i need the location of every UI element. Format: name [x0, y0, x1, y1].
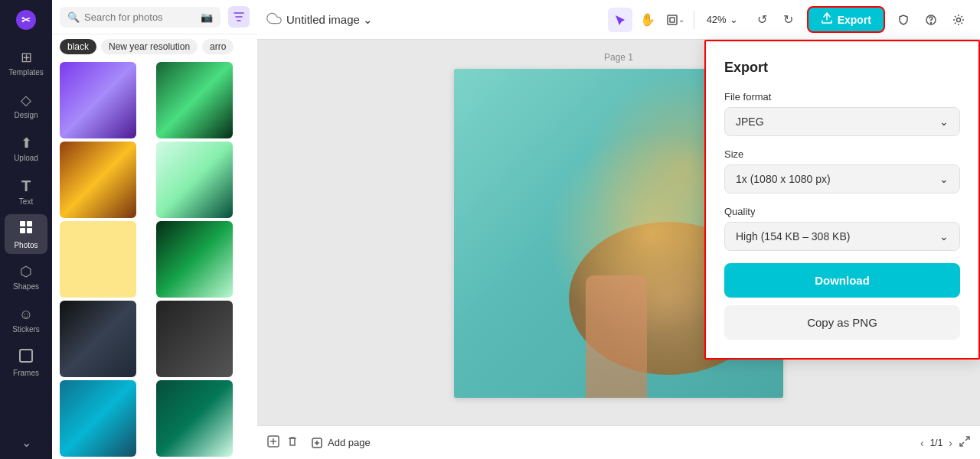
photo-panel: 🔍 📷 black New year resolution arro — [52, 0, 257, 459]
photo-thumb-9[interactable] — [60, 380, 136, 457]
size-label: Size — [724, 148, 960, 160]
bottom-center: ‹ 1/1 › — [920, 437, 952, 449]
file-format-chevron-icon: ⌄ — [939, 116, 949, 128]
size-field: Size 1x (1080 x 1080 px) ⌄ — [724, 148, 960, 194]
svg-point-11 — [957, 18, 961, 21]
tag-new-year[interactable]: New year resolution — [101, 39, 198, 54]
sidebar-item-templates[interactable]: ⊞ Templates — [5, 43, 47, 83]
toolbar-right: ↺ ↻ Export — [750, 6, 971, 33]
photo-thumb-6[interactable] — [156, 221, 233, 298]
sidebar-item-shapes[interactable]: ⬡ Shapes — [5, 257, 47, 297]
export-panel-title: Export — [724, 60, 960, 76]
title-chevron-icon: ⌄ — [363, 13, 373, 27]
zoom-control[interactable]: 42% ⌄ — [701, 11, 744, 28]
svg-rect-3 — [27, 221, 32, 226]
export-button[interactable]: Export — [807, 6, 885, 33]
expand-canvas-button[interactable] — [959, 435, 971, 451]
photo-thumb-2[interactable] — [156, 62, 233, 138]
export-icon — [821, 12, 833, 27]
templates-icon: ⊞ — [21, 49, 32, 66]
select-tool-button[interactable] — [608, 8, 632, 32]
sidebar: ✂ ⊞ Templates ◇ Design ⬆ Upload T Text P… — [0, 0, 52, 459]
stickers-icon: ☺ — [19, 307, 33, 323]
photo-thumb-5[interactable] — [60, 221, 136, 298]
sidebar-item-design[interactable]: ◇ Design — [5, 86, 47, 125]
design-icon: ◇ — [21, 92, 31, 109]
search-bar[interactable]: 🔍 📷 — [60, 7, 220, 28]
document-title[interactable]: Untitled image ⌄ — [286, 13, 373, 27]
filter-icon[interactable] — [228, 6, 250, 28]
shapes-icon: ⬡ — [20, 263, 32, 280]
svg-point-10 — [931, 22, 932, 23]
svg-rect-8 — [670, 18, 675, 22]
page-indicator: 1/1 — [930, 438, 943, 448]
file-format-label: File format — [724, 91, 960, 103]
icon-buttons-group — [891, 8, 971, 32]
bottom-right — [959, 435, 971, 451]
svg-rect-5 — [27, 228, 32, 233]
camera-search-icon[interactable]: 📷 — [201, 11, 213, 23]
size-select[interactable]: 1x (1080 x 1080 px) ⌄ — [724, 164, 960, 194]
bottom-bar: Add page ‹ 1/1 › — [257, 425, 980, 459]
search-icon: 🔍 — [67, 11, 80, 23]
zoom-chevron-icon: ⌄ — [730, 14, 738, 25]
sidebar-item-photos[interactable]: Photos — [5, 214, 47, 254]
chevron-down-icon: ⌄ — [21, 435, 31, 450]
size-chevron-icon: ⌄ — [939, 173, 949, 185]
upload-icon: ⬆ — [21, 135, 32, 151]
app-logo[interactable]: ✂ — [12, 6, 40, 34]
top-toolbar: Untitled image ⌄ ✋ ⌄ 42% ⌄ — [257, 0, 980, 40]
quality-select[interactable]: High (154 KB – 308 KB) ⌄ — [724, 222, 960, 251]
undo-button[interactable]: ↺ — [750, 8, 775, 32]
quality-field: Quality High (154 KB – 308 KB) ⌄ — [724, 206, 960, 251]
add-page-button[interactable]: Add page — [305, 434, 377, 452]
redo-button[interactable]: ↻ — [776, 8, 801, 32]
settings-icon-button[interactable] — [946, 8, 971, 32]
frame-tool-chevron: ⌄ — [678, 15, 684, 24]
photo-thumb-4[interactable] — [156, 142, 233, 218]
help-icon-button[interactable] — [919, 8, 943, 32]
prev-page-button[interactable]: ‹ — [920, 437, 924, 449]
svg-rect-6 — [20, 350, 32, 362]
page-thumbnail-icon[interactable] — [266, 435, 280, 451]
photo-thumb-8[interactable] — [156, 301, 233, 377]
page-label: Page 1 — [604, 52, 633, 63]
toolbar-left: Untitled image ⌄ — [266, 11, 602, 29]
sidebar-item-upload[interactable]: ⬆ Upload — [5, 129, 47, 168]
photos-icon — [18, 220, 34, 239]
download-button[interactable]: Download — [724, 263, 960, 298]
photo-thumb-10[interactable] — [156, 380, 233, 457]
trash-icon[interactable] — [286, 435, 299, 451]
hand-tool-button[interactable]: ✋ — [635, 8, 660, 32]
export-panel: Export File format JPEG ⌄ Size 1x (1080 … — [704, 40, 980, 360]
frame-tool-button[interactable]: ⌄ — [663, 8, 688, 32]
search-input[interactable] — [84, 11, 196, 23]
shield-icon-button[interactable] — [891, 8, 916, 32]
quality-label: Quality — [724, 206, 960, 217]
undo-redo-group: ↺ ↻ — [750, 8, 801, 32]
photo-thumb-7[interactable] — [60, 301, 136, 377]
sidebar-item-text[interactable]: T Text — [5, 171, 47, 211]
next-page-button[interactable]: › — [949, 437, 952, 449]
frames-icon — [19, 349, 33, 366]
quality-chevron-icon: ⌄ — [939, 230, 949, 243]
photo-grid — [52, 59, 257, 459]
text-icon: T — [21, 177, 31, 195]
copy-as-png-button[interactable]: Copy as PNG — [724, 305, 960, 340]
svg-rect-2 — [20, 221, 25, 226]
photo-thumb-3[interactable] — [60, 142, 136, 218]
sidebar-item-stickers[interactable]: ☺ Stickers — [5, 300, 47, 340]
sidebar-expand-button[interactable]: ⌄ — [5, 431, 47, 453]
file-format-select[interactable]: JPEG ⌄ — [724, 107, 960, 136]
svg-text:✂: ✂ — [21, 14, 31, 26]
tag-black[interactable]: black — [60, 39, 96, 54]
svg-rect-7 — [668, 15, 677, 24]
tag-row: black New year resolution arro — [52, 34, 257, 59]
svg-rect-4 — [20, 228, 25, 233]
cloud-save-icon — [266, 11, 282, 29]
photo-thumb-1[interactable] — [60, 62, 136, 138]
tag-arro[interactable]: arro — [202, 39, 234, 54]
bottom-left: Add page — [266, 434, 914, 452]
sidebar-item-frames[interactable]: Frames — [5, 343, 47, 382]
photo-search-area: 🔍 📷 — [52, 0, 257, 34]
